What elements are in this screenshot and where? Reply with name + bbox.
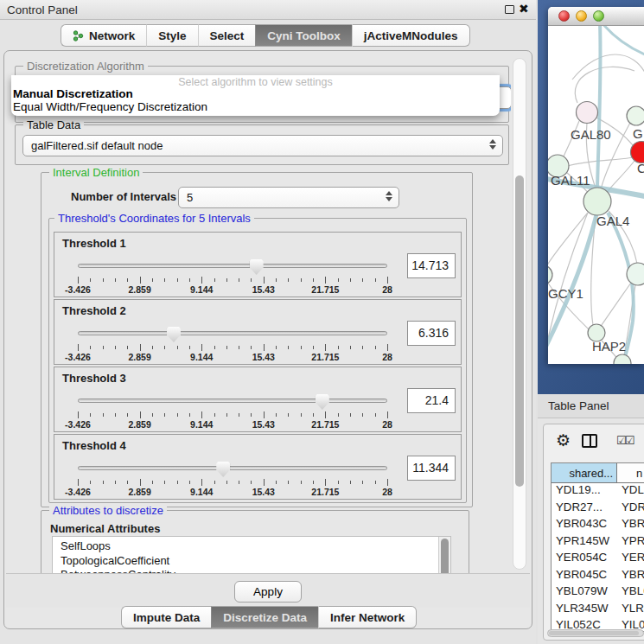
slider-track[interactable] (78, 264, 387, 268)
table-row[interactable]: YDR27...YDR2 (552, 501, 644, 518)
tab-discretize-data[interactable]: Discretize Data (211, 606, 318, 628)
threshold-slider[interactable]: -3.4262.8599.14415.4321.71528 (78, 461, 387, 497)
table-data-group: Table Data galFiltered.sif default node (15, 124, 509, 165)
table-row[interactable]: YBR045CYBR0 (552, 568, 644, 585)
attribute-list-item[interactable]: SelfLoops (53, 537, 450, 554)
table-header-name[interactable]: n (617, 463, 644, 482)
tab-infer-network[interactable]: Infer Network (318, 606, 417, 628)
tab-network[interactable]: Network (61, 24, 146, 47)
network-thick-edge (602, 26, 644, 55)
threshold-slider[interactable]: -3.4262.8599.14415.4321.71528 (78, 393, 387, 430)
cell-name: YBL0 (617, 584, 644, 602)
apply-button[interactable]: Apply (234, 581, 302, 603)
table-data-combobox[interactable]: galFiltered.sif default node (22, 135, 503, 156)
threshold-box: Threshold 2-3.4262.8599.14415.4321.71528… (54, 299, 462, 365)
slider-thumb[interactable] (250, 259, 264, 275)
settings-scrollport: Discretization Algorithm Table Data galF… (11, 56, 511, 573)
tick-label: 28 (382, 487, 392, 497)
table-row[interactable]: YLR345WYLR3 (552, 602, 644, 619)
tick-mark (239, 413, 239, 417)
tick-label: 9.144 (190, 352, 213, 362)
network-canvas[interactable]: GAL80GCGAL11GAL4GCY1HHAP2 (548, 26, 644, 364)
tab-style[interactable]: Style (146, 24, 197, 47)
threshold-slider[interactable]: -3.4262.8599.14415.4321.71528 (78, 258, 387, 295)
table-row[interactable]: YBR043CYBR0 (552, 517, 644, 534)
network-node-gcy1[interactable] (548, 265, 552, 284)
algorithm-option[interactable]: Equal Width/Frequency Discretization (11, 101, 500, 114)
node-attribute-table[interactable]: shared... n YDL19...YDL1YDR27...YDR2YBR0… (551, 462, 644, 632)
tick-mark (226, 346, 227, 349)
network-node-gal80[interactable] (577, 102, 598, 124)
tick-mark (362, 346, 363, 349)
table-row[interactable]: YER054CYER0 (552, 551, 644, 568)
slider-track[interactable] (78, 466, 387, 470)
threshold-value-field[interactable]: 14.713 (407, 253, 456, 278)
network-node-label: GAL4 (596, 214, 629, 228)
tab-cyni-toolbox[interactable]: Cyni Toolbox (255, 24, 352, 47)
network-node-h[interactable] (627, 263, 644, 285)
network-node-g[interactable] (627, 106, 644, 125)
network-node-label: HAP2 (592, 339, 626, 354)
table-header-shared[interactable]: shared... (552, 463, 617, 482)
close-icon[interactable]: ✖ (519, 2, 529, 16)
network-view-window[interactable]: GAL80GCGAL11GAL4GCY1HHAP2 (548, 7, 644, 364)
columns-icon[interactable] (582, 434, 597, 448)
minimize-traffic-light-icon[interactable] (576, 10, 587, 22)
tick-label: 28 (382, 419, 392, 430)
attribute-list-item[interactable]: TopologicalCoefficient (53, 554, 450, 569)
tab-label: jActiveMNodules (364, 29, 458, 42)
network-graph[interactable]: GAL80GCGAL11GAL4GCY1HHAP2 (548, 26, 644, 364)
scrollbar-thumb[interactable] (515, 175, 524, 487)
threshold-value-field[interactable]: 6.316 (407, 321, 456, 346)
network-window-titlebar[interactable] (548, 7, 644, 26)
tick-mark (387, 479, 388, 486)
table-row[interactable]: YBL079WYBL0 (552, 584, 644, 602)
tick-mark (251, 413, 252, 417)
slider-ticks (78, 344, 387, 351)
close-traffic-light-icon[interactable] (558, 10, 570, 22)
threshold-slider[interactable]: -3.4262.8599.14415.4321.71528 (78, 326, 387, 362)
numerical-attributes-list[interactable]: SelfLoopsTopologicalCoefficientBetweenne… (52, 536, 451, 573)
apply-bar: Apply (6, 573, 530, 608)
threshold-value-field[interactable]: 21.4 (407, 388, 456, 413)
slider-track[interactable] (78, 399, 387, 403)
number-of-intervals-value: 5 (187, 191, 193, 204)
tab-select[interactable]: Select (198, 24, 256, 47)
tick-label: 21.715 (311, 419, 339, 430)
control-panel: Control Panel ✖ NetworkStyleSelectCyni T… (0, 0, 536, 644)
number-of-intervals-combobox[interactable]: 5 (178, 187, 399, 208)
slider-thumb[interactable] (167, 327, 181, 342)
scrollbar-thumb[interactable] (549, 631, 639, 635)
checkboxes-icon[interactable]: ☑☑ (616, 434, 633, 447)
table-horizontal-scrollbar[interactable] (547, 629, 644, 637)
network-node[interactable] (614, 354, 631, 364)
tab-jactivemnodules[interactable]: jActiveMNodules (352, 24, 470, 47)
table-row[interactable]: YPR145WYPR1 (552, 534, 644, 552)
tick-label: -3.426 (65, 487, 91, 497)
table-row[interactable]: YDL19...YDL1 (552, 483, 644, 501)
table-panel: ⚙ ☑☑ shared... n YDL19...YDL1YDR27...YDR… (538, 418, 644, 644)
threshold-box: Threshold 4-3.4262.8599.14415.4321.71528… (54, 434, 462, 500)
cell-shared-name: YBL079W (552, 584, 617, 602)
threshold-box: Threshold 3-3.4262.8599.14415.4321.71528… (54, 367, 462, 432)
zoom-traffic-light-icon[interactable] (593, 10, 604, 22)
tick-mark (177, 278, 178, 282)
threshold-value-field[interactable]: 11.344 (407, 456, 456, 481)
slider-track[interactable] (78, 331, 387, 335)
tick-mark (226, 278, 227, 282)
tab-impute-data[interactable]: Impute Data (121, 606, 211, 628)
algorithm-option[interactable]: Manual Discretization (11, 88, 500, 101)
float-window-icon[interactable] (505, 5, 514, 14)
algorithm-popup-placeholder: Select algorithm to view settings (11, 75, 500, 88)
attributes-list-scrollbar[interactable] (438, 537, 450, 573)
settings-vertical-scrollbar[interactable] (513, 58, 526, 570)
tick-label: 15.43 (252, 352, 275, 362)
tick-mark (301, 278, 302, 282)
network-node-gal4[interactable] (583, 188, 611, 215)
tick-mark (152, 278, 153, 282)
gear-icon[interactable]: ⚙ (556, 430, 571, 450)
scrollbar-thumb[interactable] (441, 539, 449, 573)
tick-mark (387, 411, 388, 418)
slider-thumb[interactable] (316, 394, 329, 410)
slider-thumb[interactable] (216, 462, 230, 477)
